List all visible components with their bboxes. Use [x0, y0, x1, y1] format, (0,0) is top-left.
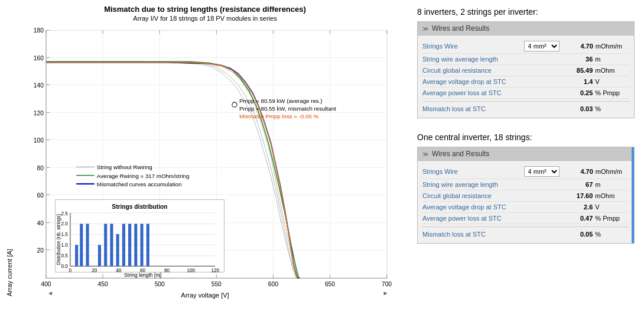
row-power-loss-2: Average power loss at STC 0.47 % Pmpp — [422, 213, 629, 224]
svg-text:160: 160 — [34, 55, 44, 62]
unit-voltage-drop-2: V — [595, 203, 629, 211]
dropdown-col-1[interactable]: 4 mm² 6 mm² 10 mm² — [524, 41, 560, 51]
dropdown-col-2[interactable]: 4 mm² 6 mm² 10 mm² — [524, 166, 560, 177]
svg-text:40: 40 — [37, 220, 44, 227]
val-avg-length-2: 67 — [559, 181, 593, 188]
val-strings-wire-1: 4.70 — [560, 43, 593, 50]
row-avg-length-2: String wire average length 67 m — [422, 179, 629, 190]
svg-text:60: 60 — [37, 192, 44, 199]
svg-text:20: 20 — [37, 247, 44, 254]
label-avg-length-2: String wire average length — [422, 181, 525, 188]
row-voltage-drop-1: Average voltage drop at STC 1.4 V — [422, 76, 629, 88]
svg-text:120: 120 — [211, 268, 219, 273]
label-power-loss-1: Average power loss at STC — [422, 89, 525, 96]
svg-rect-97 — [104, 224, 107, 266]
label-mismatch-2: Mismatch loss at STC — [422, 231, 525, 238]
svg-text:0.0: 0.0 — [61, 264, 68, 269]
val-strings-wire-2: 4.70 — [560, 168, 593, 175]
svg-rect-104 — [147, 224, 149, 266]
svg-rect-100 — [122, 224, 125, 266]
svg-rect-93 — [75, 245, 78, 266]
svg-rect-94 — [80, 224, 83, 266]
row-voltage-drop-2: Average voltage drop at STC 2.6 V — [422, 202, 629, 213]
val-circuit-res-1: 85.49 — [559, 67, 593, 74]
wires-header-2: ≫ Wires and Results — [418, 147, 634, 161]
wires-table-1: Strings Wire 4 mm² 6 mm² 10 mm² 4.70 mOh… — [418, 35, 634, 118]
wire-select-2[interactable]: 4 mm² 6 mm² 10 mm² — [524, 166, 560, 177]
row-strings-wire-2: Strings Wire 4 mm² 6 mm² 10 mm² 4.70 mOh… — [422, 164, 629, 179]
unit-circuit-res-1: mOhm — [595, 67, 629, 74]
svg-rect-96 — [98, 245, 101, 266]
svg-rect-95 — [86, 224, 89, 266]
label-circuit-res-1: Circuit global resistance — [422, 67, 525, 74]
row-strings-wire-1: Strings Wire 4 mm² 6 mm² 10 mm² 4.70 mOh… — [422, 39, 629, 54]
unit-voltage-drop-1: V — [595, 78, 629, 85]
val-voltage-drop-1: 1.4 — [559, 78, 593, 85]
chevron-icon-1[interactable]: ≫ — [422, 25, 428, 32]
wires-panel-1-title: Wires and Results — [432, 24, 489, 33]
unit-strings-wire-1: mOhm/m — [596, 43, 629, 50]
unit-power-loss-2: % Pmpp — [595, 215, 629, 222]
unit-avg-length-2: m — [595, 181, 629, 188]
val-power-loss-1: 0.25 — [559, 89, 593, 96]
svg-text:650: 650 — [325, 281, 335, 287]
row-avg-length-1: String wire average length 36 m — [422, 54, 629, 65]
svg-text:1.5: 1.5 — [61, 232, 68, 237]
svg-rect-98 — [110, 224, 113, 266]
svg-rect-103 — [140, 224, 143, 266]
svg-text:550: 550 — [212, 281, 222, 287]
chart-subtitle: Array I/V for 18 strings of 18 PV module… — [5, 15, 405, 22]
unit-avg-length-1: m — [595, 56, 629, 63]
val-mismatch-1: 0.03 — [559, 105, 593, 112]
unit-power-loss-1: % Pmpp — [595, 89, 629, 96]
wires-panel-1: ≫ Wires and Results Strings Wire 4 mm² 6… — [417, 21, 635, 118]
wires-panel-2-title: Wires and Results — [432, 150, 489, 158]
svg-rect-102 — [134, 224, 137, 266]
row-power-loss-1: Average power loss at STC 0.25 % Pmpp — [422, 88, 629, 99]
row-circuit-res-1: Circuit global resistance 85.49 mOhm — [422, 65, 629, 76]
svg-text:600: 600 — [268, 281, 278, 287]
svg-text:0: 0 — [69, 268, 72, 273]
section2-heading: One central inverter, 18 strings: — [417, 132, 635, 142]
svg-text:0.5: 0.5 — [61, 253, 68, 258]
svg-text:140: 140 — [34, 82, 44, 89]
val-avg-length-1: 36 — [559, 56, 593, 63]
svg-text:700: 700 — [382, 281, 392, 287]
svg-text:2.0: 2.0 — [61, 221, 68, 227]
unit-mismatch-1: % — [595, 105, 629, 112]
chart-area: Mismatch due to string lengths (resistan… — [0, 0, 408, 333]
wires-header-1: ≫ Wires and Results — [418, 22, 634, 35]
svg-text:120: 120 — [34, 110, 44, 117]
label-mismatch-1: Mismatch loss at STC — [422, 105, 525, 112]
svg-text:40: 40 — [116, 268, 122, 273]
wires-table-2: Strings Wire 4 mm² 6 mm² 10 mm² 4.70 mOh… — [418, 161, 634, 243]
val-voltage-drop-2: 2.6 — [559, 203, 593, 211]
val-circuit-res-2: 17.60 — [559, 192, 593, 199]
chart-title: Mismatch due to string lengths (resistan… — [5, 5, 405, 14]
svg-text:String without Rwiring: String without Rwiring — [97, 164, 152, 170]
svg-text:Mismatched curves accumulation: Mismatched curves accumulation — [97, 181, 181, 187]
svg-text:450: 450 — [98, 281, 108, 287]
val-power-loss-2: 0.47 — [559, 215, 593, 222]
svg-text:2.5: 2.5 — [61, 211, 68, 216]
svg-text:20: 20 — [92, 268, 97, 273]
row-circuit-res-2: Circuit global resistance 17.60 mOhm — [422, 190, 629, 202]
label-strings-wire-1: Strings Wire — [422, 43, 524, 50]
svg-text:Mismatch Pmpp loss = -0.05 %: Mismatch Pmpp loss = -0.05 % — [239, 113, 318, 119]
unit-mismatch-2: % — [595, 231, 629, 238]
svg-text:String length [m]: String length [m] — [124, 272, 161, 278]
svg-text:Distribution (nb. strings): Distribution (nb. strings) — [56, 214, 61, 265]
wire-select-1[interactable]: 4 mm² 6 mm² 10 mm² — [524, 41, 560, 51]
svg-text:◄: ◄ — [47, 290, 53, 296]
scroll-indicator — [632, 147, 634, 243]
main-chart-svg: 180 160 140 120 100 80 60 40 20 — [13, 24, 405, 296]
svg-text:Average Rwiring = 317 mOhm/str: Average Rwiring = 317 mOhm/string — [97, 173, 190, 179]
label-strings-wire-2: Strings Wire — [422, 168, 524, 175]
svg-text:100: 100 — [187, 268, 196, 273]
svg-rect-99 — [116, 234, 119, 266]
svg-text:1.0: 1.0 — [61, 243, 68, 248]
val-mismatch-2: 0.05 — [559, 231, 593, 238]
chevron-icon-2[interactable]: ≫ — [422, 151, 428, 157]
label-circuit-res-2: Circuit global resistance — [422, 192, 525, 199]
label-power-loss-2: Average power loss at STC — [422, 215, 525, 222]
